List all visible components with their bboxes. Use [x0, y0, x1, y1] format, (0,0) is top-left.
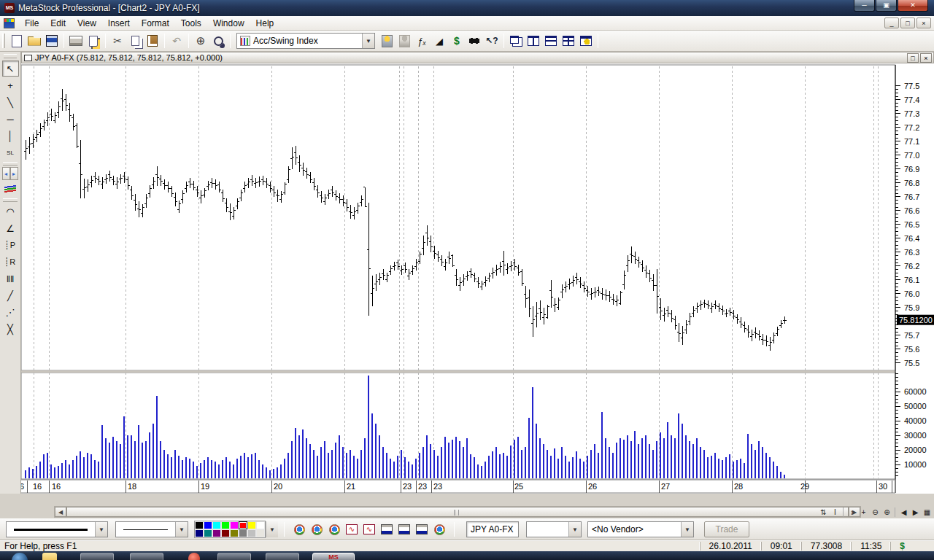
indicator-quicklist[interactable]: Acc/Swing Index ▼	[236, 33, 375, 49]
options-dollar-icon[interactable]	[449, 33, 465, 49]
taskbar-app-3-icon[interactable]	[188, 553, 200, 560]
line-style-combo[interactable]: ▼	[115, 521, 188, 537]
context-help-icon[interactable]	[484, 33, 500, 49]
system-tester-icon[interactable]	[431, 33, 447, 49]
apply-template-icon[interactable]: ∿	[362, 522, 377, 537]
tile-horizontal-icon[interactable]	[543, 33, 559, 49]
taskbar-app-5[interactable]	[266, 553, 299, 560]
indicator-cursor-button[interactable]: I	[830, 507, 841, 518]
vendor-combo[interactable]: <No Vendor> ▼	[587, 521, 694, 537]
close-button[interactable]: ✕	[898, 0, 928, 12]
stop-level-icon[interactable]: SL	[2, 144, 19, 160]
color-swatch-12[interactable]	[230, 529, 239, 537]
new-icon[interactable]	[9, 33, 25, 49]
new-inner-window-icon[interactable]: ∿	[344, 522, 359, 537]
fan-lines-icon[interactable]: ∠	[2, 220, 19, 236]
taskbar-folder-icon[interactable]	[42, 553, 57, 560]
zoom-in-button[interactable]: ⊕	[881, 507, 892, 518]
copy-icon[interactable]	[127, 33, 143, 49]
child-restore-button[interactable]: □	[900, 18, 915, 28]
menu-tools[interactable]: Tools	[175, 17, 207, 30]
color-swatch-8[interactable]	[195, 529, 204, 537]
expert-commentary-icon[interactable]	[396, 33, 412, 49]
scroll-chart-right-icon[interactable]: ▸	[10, 167, 18, 180]
page-left-button[interactable]: ◀	[898, 507, 909, 518]
line-weight-combo[interactable]: ▼	[6, 521, 108, 537]
crosshatch-icon[interactable]: ╳	[2, 321, 19, 337]
tile-vertical-icon[interactable]	[525, 33, 541, 49]
gann-fan-icon[interactable]: ⋰	[2, 304, 19, 320]
crosshair-tool-icon[interactable]: +	[2, 77, 19, 93]
menu-file[interactable]: File	[19, 17, 45, 30]
color-swatch-6[interactable]	[247, 521, 256, 529]
trend-up-icon[interactable]: ╱	[2, 287, 19, 303]
child-minimize-button[interactable]: _	[884, 18, 899, 28]
color-swatch-13[interactable]	[239, 529, 247, 537]
minimize-button[interactable]: ─	[854, 0, 875, 12]
vertical-line-icon[interactable]: │	[2, 128, 19, 144]
window-options-icon[interactable]	[578, 33, 594, 49]
crosshair-zoom-button[interactable]: +	[858, 507, 869, 518]
windows-taskbar[interactable]: MS	[0, 551, 934, 560]
horizontal-scrollbar[interactable]: ◀ ▶	[54, 506, 861, 518]
explorer-icon[interactable]	[466, 33, 482, 49]
color-swatch-15[interactable]	[256, 529, 265, 537]
taskbar-app-2[interactable]	[130, 553, 163, 560]
trendline-icon[interactable]: ╲	[2, 94, 19, 110]
refresh-data-icon[interactable]	[432, 522, 447, 537]
taskbar-metastock-button[interactable]: MS	[312, 553, 355, 560]
color-palette-dropdown[interactable]: ▼	[266, 521, 278, 537]
undo-icon[interactable]	[169, 33, 185, 49]
color-swatch-9[interactable]	[204, 529, 212, 537]
color-swatch-2[interactable]	[212, 521, 221, 529]
menu-edit[interactable]: Edit	[45, 17, 72, 30]
color-swatch-11[interactable]	[221, 529, 230, 537]
interval-combo[interactable]: ▼	[526, 521, 582, 537]
symbol-input[interactable]: JPY A0-FX	[466, 521, 519, 537]
indicator-quicklist-dropdown[interactable]: ▼	[362, 34, 374, 48]
menu-view[interactable]: View	[72, 17, 102, 30]
pointer-tool-icon[interactable]: ↖	[2, 61, 19, 77]
indicator-builder-icon[interactable]	[414, 33, 430, 49]
vendor-dropdown[interactable]: ▼	[681, 522, 693, 537]
chart-style-bar-icon[interactable]	[309, 522, 324, 537]
color-swatch-3[interactable]	[221, 521, 230, 529]
scrollbar-thumb[interactable]	[66, 507, 849, 517]
print-preview-icon[interactable]	[85, 33, 101, 49]
trade-button[interactable]: Trade	[704, 521, 749, 537]
scroll-left-arrow[interactable]: ◀	[55, 507, 66, 517]
palette-grip[interactable]	[4, 54, 17, 58]
child-close-button[interactable]: ×	[916, 18, 931, 28]
chart-close-button[interactable]: ×	[920, 53, 932, 63]
fib-projection-icon[interactable]	[2, 237, 19, 253]
color-swatch-5[interactable]	[239, 521, 247, 529]
chart-window-icon[interactable]	[4, 18, 15, 28]
open-icon[interactable]	[26, 33, 42, 49]
color-swatch-10[interactable]	[212, 529, 221, 537]
taskbar-app-4[interactable]	[217, 553, 251, 560]
zoom-page-icon[interactable]	[210, 33, 226, 49]
cascade-windows-icon[interactable]	[508, 33, 524, 49]
chart-restore-button[interactable]: □	[907, 53, 919, 63]
color-swatch-4[interactable]	[230, 521, 239, 529]
menu-help[interactable]: Help	[250, 17, 280, 30]
grid-toggle-button[interactable]: ▦	[922, 507, 933, 518]
crosshair-icon[interactable]	[193, 33, 209, 49]
vertical-grid-icon[interactable]: ‖‖	[2, 271, 19, 287]
interval-dropdown[interactable]: ▼	[568, 522, 581, 537]
menu-format[interactable]: Format	[136, 17, 175, 30]
cut-icon[interactable]	[109, 33, 126, 49]
paste-icon[interactable]	[144, 33, 161, 49]
fib-retracement-icon[interactable]	[2, 254, 19, 270]
menu-window[interactable]: Window	[207, 17, 250, 30]
scroll-chart-left-icon[interactable]: ◂	[2, 167, 10, 180]
color-swatch-0[interactable]	[195, 521, 204, 529]
expand-vertical-button[interactable]: ↕	[846, 507, 857, 518]
page-right-button[interactable]: ▶	[910, 507, 921, 518]
chart-canvas[interactable]: 75.575.675.775.875.976.076.176.276.376.4…	[21, 63, 934, 494]
taskbar-app-1[interactable]	[80, 553, 114, 560]
save-icon[interactable]	[44, 33, 60, 49]
expert-advisor-icon[interactable]	[379, 33, 395, 49]
line-weight-dropdown[interactable]: ▼	[95, 522, 107, 537]
color-swatch-1[interactable]	[204, 521, 212, 529]
